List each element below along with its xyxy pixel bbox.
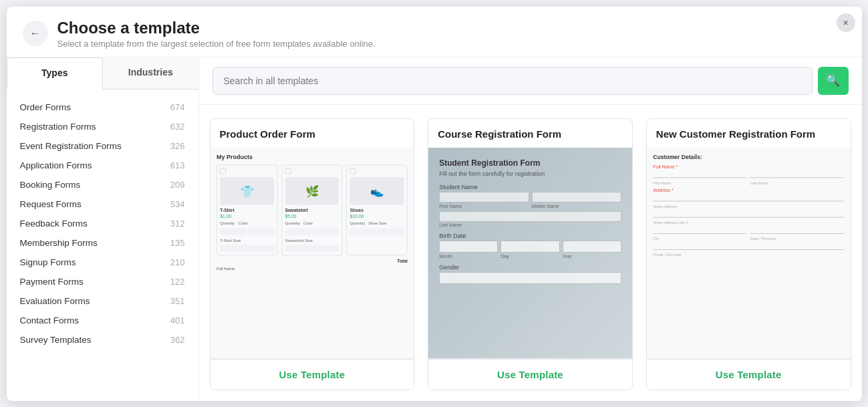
middle-name-input bbox=[532, 192, 621, 202]
course-field-gender: Gender bbox=[439, 264, 621, 284]
sidebar-item-order-forms[interactable]: Order Forms 674 bbox=[7, 98, 198, 117]
sidebar-list: Order Forms 674 Registration Forms 632 E… bbox=[7, 90, 198, 401]
product-name: Sweatshirt bbox=[285, 208, 339, 213]
use-template-button-product-order[interactable]: Use Template bbox=[210, 359, 414, 390]
search-icon: 🔍 bbox=[826, 74, 840, 88]
sidebar: Types Industries Order Forms 674 Registr… bbox=[7, 57, 199, 401]
sidebar-item-count: 209 bbox=[170, 180, 185, 190]
template-title: New Customer Registration Form bbox=[656, 128, 841, 148]
sidebar-item-count: 613 bbox=[170, 160, 185, 170]
course-preview-title: Student Registration Form bbox=[439, 158, 621, 168]
product-price: $10.00 bbox=[349, 214, 404, 219]
customer-preview-content: Customer Details: Full Name * First Name… bbox=[647, 148, 850, 263]
template-preview-course-registration: Student Registration Form Fill out the f… bbox=[428, 148, 632, 359]
sidebar-item-evaluation-forms[interactable]: Evaluation Forms 351 bbox=[7, 291, 198, 311]
sidebar-item-label: Payment Forms bbox=[20, 277, 84, 287]
course-preview-subtitle: Fill out the form carefully for registra… bbox=[439, 170, 621, 177]
postal-code-field bbox=[653, 242, 843, 249]
template-title-area: Product Order Form bbox=[210, 119, 414, 148]
street-address-2-field bbox=[653, 210, 843, 217]
sidebar-item-booking-forms[interactable]: Booking Forms 209 bbox=[7, 175, 198, 194]
sidebar-item-label: Registration Forms bbox=[20, 122, 96, 132]
product-image-tshirt: 👕 bbox=[220, 177, 274, 205]
full-name-label: Full Name * bbox=[653, 164, 843, 169]
sidebar-item-count: 312 bbox=[170, 219, 185, 229]
sidebar-item-label: Membership Forms bbox=[20, 238, 98, 248]
customer-preview-title: Customer Details: bbox=[653, 154, 843, 160]
total-row: Total bbox=[216, 258, 408, 263]
sidebar-item-event-registration-forms[interactable]: Event Registration Forms 326 bbox=[7, 136, 198, 156]
template-title-area: Course Registration Form bbox=[428, 119, 632, 148]
full-name-inputs bbox=[653, 170, 843, 178]
sidebar-item-count: 122 bbox=[170, 277, 185, 287]
close-icon: × bbox=[843, 17, 848, 28]
course-field-label: Birth Date bbox=[439, 233, 621, 239]
sidebar-item-signup-forms[interactable]: Signup Forms 210 bbox=[7, 253, 198, 272]
sidebar-tabs: Types Industries bbox=[7, 57, 198, 90]
course-field-birth-date: Birth Date Month Day Year bbox=[439, 233, 621, 259]
use-template-button-course-registration[interactable]: Use Template bbox=[428, 359, 632, 390]
template-title: Course Registration Form bbox=[438, 128, 623, 148]
modal-body: Types Industries Order Forms 674 Registr… bbox=[7, 57, 862, 401]
sidebar-item-label: Request Forms bbox=[20, 199, 82, 209]
sidebar-item-feedback-forms[interactable]: Feedback Forms 312 bbox=[7, 214, 198, 233]
search-input[interactable] bbox=[212, 67, 813, 95]
last-name-input bbox=[439, 211, 621, 222]
course-field-label: Gender bbox=[439, 264, 621, 271]
sidebar-item-count: 632 bbox=[170, 122, 185, 132]
address-label: Address * bbox=[653, 188, 843, 193]
sidebar-item-survey-templates[interactable]: Survey Templates 362 bbox=[7, 330, 198, 350]
first-name-input bbox=[439, 192, 529, 202]
course-name-inputs bbox=[439, 192, 621, 202]
template-card-course-registration: Course Registration Form Student Registr… bbox=[428, 118, 633, 390]
product-name: T-Shirt bbox=[220, 208, 274, 213]
month-select bbox=[439, 241, 498, 253]
product-item-shoes: 👟 Shoes $10.00 Quantity Shoe Size bbox=[346, 164, 407, 255]
year-select bbox=[563, 241, 621, 253]
products-row: 👕 T-Shirt $1.00 Quantity Color T-Shirt S… bbox=[216, 164, 408, 255]
product-name: Shoes bbox=[349, 208, 404, 213]
product-item-sweatshirt: 🌿 Sweatshirt $5.00 Quantity Color Sweats… bbox=[281, 164, 342, 255]
sidebar-item-label: Survey Templates bbox=[20, 335, 92, 345]
city-field bbox=[653, 226, 746, 233]
sidebar-item-count: 674 bbox=[170, 102, 185, 112]
sidebar-item-count: 351 bbox=[170, 296, 185, 306]
sidebar-item-membership-forms[interactable]: Membership Forms 135 bbox=[7, 233, 198, 253]
product-image-shoes: 👟 bbox=[349, 177, 404, 205]
sidebar-item-count: 326 bbox=[170, 141, 185, 151]
modal-title: Choose a template bbox=[57, 19, 376, 37]
course-preview-content: Student Registration Form Fill out the f… bbox=[428, 148, 632, 358]
sidebar-item-count: 534 bbox=[170, 199, 185, 209]
templates-area: Product Order Form My Products 👕 bbox=[199, 105, 862, 401]
use-template-button-new-customer[interactable]: Use Template bbox=[647, 359, 851, 390]
sidebar-item-contact-forms[interactable]: Contact Forms 401 bbox=[7, 311, 198, 330]
sidebar-item-label: Feedback Forms bbox=[20, 219, 88, 229]
back-button[interactable]: ← bbox=[23, 21, 48, 46]
last-name-field bbox=[750, 170, 843, 178]
sidebar-item-label: Order Forms bbox=[20, 102, 71, 112]
city-state-inputs bbox=[653, 226, 843, 233]
sidebar-item-payment-forms[interactable]: Payment Forms 122 bbox=[7, 272, 198, 291]
close-button[interactable]: × bbox=[837, 13, 855, 32]
product-image-sweatshirt: 🌿 bbox=[285, 177, 339, 205]
product-order-preview-content: My Products 👕 T-Shirt $1.00 Quantity bbox=[210, 148, 414, 277]
gender-select bbox=[439, 272, 621, 284]
sidebar-item-request-forms[interactable]: Request Forms 534 bbox=[7, 194, 198, 214]
tab-industries[interactable]: Industries bbox=[103, 57, 198, 89]
template-card-new-customer: New Customer Registration Form Customer … bbox=[646, 118, 851, 390]
preview-section-title: My Products bbox=[216, 154, 408, 161]
sidebar-item-label: Booking Forms bbox=[20, 180, 81, 190]
sidebar-item-label: Signup Forms bbox=[20, 257, 76, 267]
search-button[interactable]: 🔍 bbox=[818, 67, 849, 95]
template-card-product-order: Product Order Form My Products 👕 bbox=[210, 118, 415, 390]
sidebar-item-label: Event Registration Forms bbox=[20, 141, 122, 151]
sidebar-item-count: 135 bbox=[170, 238, 185, 248]
sidebar-item-application-forms[interactable]: Application Forms 613 bbox=[7, 156, 198, 175]
sidebar-item-registration-forms[interactable]: Registration Forms 632 bbox=[7, 117, 198, 136]
template-title: Product Order Form bbox=[220, 128, 405, 148]
birth-date-selects bbox=[439, 241, 621, 253]
back-icon: ← bbox=[30, 27, 41, 39]
template-preview-new-customer: Customer Details: Full Name * First Name… bbox=[647, 148, 851, 359]
state-field bbox=[750, 226, 843, 233]
tab-types[interactable]: Types bbox=[7, 57, 104, 90]
